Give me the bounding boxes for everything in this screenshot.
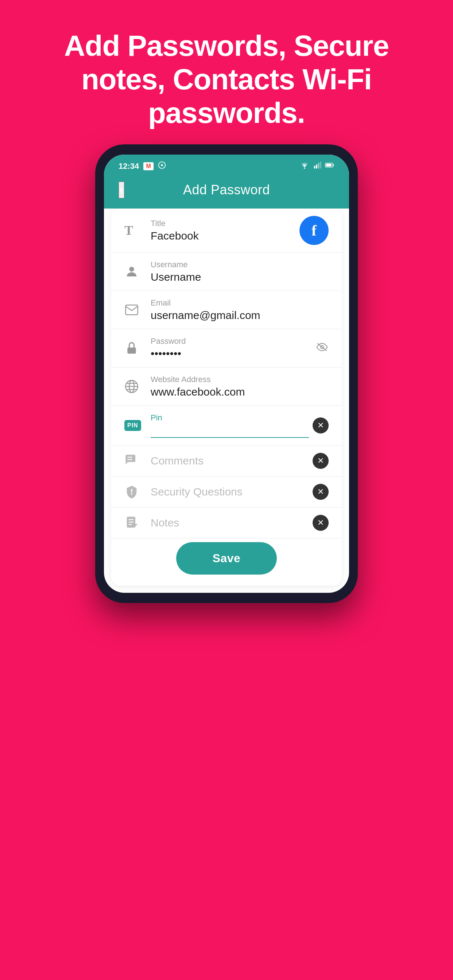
- svg-rect-20: [126, 455, 135, 462]
- gmail-icon: M: [144, 162, 153, 170]
- svg-rect-3: [314, 166, 316, 169]
- comments-row: Comments ✕: [111, 445, 342, 477]
- svg-rect-8: [326, 164, 332, 166]
- status-bar: 12:34 M: [104, 154, 349, 175]
- svg-rect-5: [318, 163, 319, 169]
- battery-icon: [325, 161, 335, 171]
- phone-frame: 12:34 M: [95, 145, 358, 603]
- status-left: 12:34 M: [118, 161, 166, 171]
- title-icon: T: [124, 223, 144, 238]
- svg-rect-11: [126, 305, 137, 315]
- pin-close-button[interactable]: ✕: [313, 417, 329, 433]
- phone-container: 12:34 M: [95, 145, 358, 603]
- comments-icon: [124, 453, 144, 468]
- email-value[interactable]: username@gmail.com: [151, 309, 329, 321]
- page-title: Add Password: [183, 182, 270, 197]
- phone-screen: 12:34 M: [104, 154, 349, 593]
- comments-value[interactable]: Comments: [151, 455, 309, 467]
- svg-rect-9: [333, 164, 334, 166]
- pin-row: PIN Pin ✕: [111, 406, 342, 445]
- notes-value[interactable]: Notes: [151, 517, 309, 529]
- email-icon: [124, 302, 144, 317]
- back-button[interactable]: ‹: [118, 181, 124, 198]
- username-row: Username Username: [111, 253, 342, 291]
- notes-row: Notes ✕: [111, 508, 342, 538]
- svg-point-10: [129, 267, 134, 272]
- signal-icon: [313, 161, 321, 171]
- facebook-icon: f: [311, 222, 317, 239]
- lock-icon: [124, 341, 144, 355]
- wifi-icon: [300, 161, 309, 171]
- svg-point-1: [161, 164, 163, 166]
- website-label: Website Address: [151, 375, 329, 384]
- security-questions-close-button[interactable]: ✕: [313, 484, 329, 500]
- security-questions-value[interactable]: Security Questions: [151, 485, 309, 498]
- title-label: Title: [151, 219, 295, 228]
- svg-rect-25: [129, 522, 134, 523]
- password-label: Password: [151, 337, 316, 346]
- hero-text: Add Passwords, Secure notes, Contacts Wi…: [0, 0, 453, 145]
- svg-rect-26: [129, 524, 132, 525]
- password-row: Password ••••••••: [111, 329, 342, 368]
- notes-icon: [124, 515, 144, 530]
- app-header: ‹ Add Password: [104, 175, 349, 208]
- eye-off-icon[interactable]: [316, 342, 329, 355]
- title-value[interactable]: Facebook: [151, 230, 295, 242]
- svg-rect-4: [316, 164, 317, 169]
- notes-close-button[interactable]: ✕: [313, 515, 329, 531]
- svg-rect-6: [320, 162, 321, 169]
- username-value[interactable]: Username: [151, 271, 329, 283]
- save-button[interactable]: Save: [176, 542, 277, 574]
- svg-marker-27: [135, 524, 138, 527]
- username-icon: [124, 264, 144, 279]
- svg-rect-24: [129, 519, 134, 520]
- password-value[interactable]: ••••••••: [151, 347, 316, 360]
- facebook-badge: f: [300, 216, 329, 245]
- shield-icon: [124, 485, 144, 499]
- security-questions-row: Security Questions ✕: [111, 477, 342, 508]
- svg-point-2: [304, 167, 305, 169]
- pin-label: Pin: [151, 413, 309, 423]
- globe-icon: [124, 379, 144, 394]
- website-value[interactable]: www.facebook.com: [151, 386, 329, 398]
- email-row: Email username@gmail.com: [111, 291, 342, 329]
- time-display: 12:34: [118, 162, 139, 171]
- username-label: Username: [151, 260, 329, 269]
- location-icon: [158, 161, 166, 171]
- pin-input[interactable]: [151, 424, 309, 438]
- svg-rect-12: [127, 347, 136, 354]
- form-card: T Title Facebook f: [111, 208, 342, 585]
- pin-icon: PIN: [124, 420, 144, 431]
- comments-close-button[interactable]: ✕: [313, 453, 329, 469]
- title-row: T Title Facebook f: [111, 208, 342, 253]
- status-icons: [300, 161, 335, 171]
- website-row: Website Address www.facebook.com: [111, 368, 342, 406]
- email-label: Email: [151, 298, 329, 308]
